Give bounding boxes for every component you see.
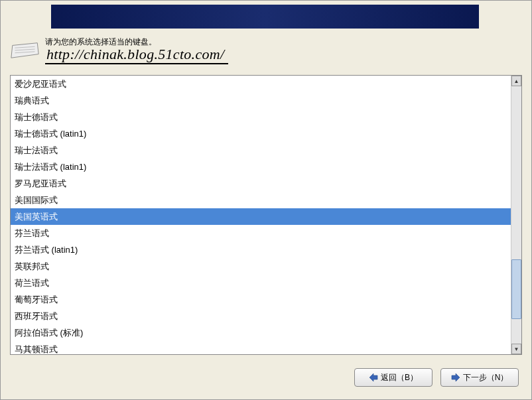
keyboard-option[interactable]: 葡萄牙语式 — [11, 291, 511, 308]
keyboard-option[interactable]: 美国英语式 — [11, 208, 511, 225]
button-bar: 返回（B） 下一步（N） — [354, 368, 519, 387]
keyboard-option[interactable]: 瑞士德语式 (latin1) — [11, 125, 511, 142]
keyboard-option[interactable]: 瑞士法语式 — [11, 142, 511, 159]
keyboard-option[interactable]: 美国国际式 — [11, 192, 511, 208]
scroll-up-button[interactable]: ▲ — [511, 76, 521, 86]
keyboard-option[interactable]: 荷兰语式 — [11, 275, 511, 291]
next-button[interactable]: 下一步（N） — [440, 368, 519, 387]
header: 请为您的系统选择适当的键盘。 http://chinak.blog.51cto.… — [10, 36, 228, 64]
keyboard-option[interactable]: 瑞士德语式 — [11, 109, 511, 125]
keyboard-option[interactable]: 芬兰语式 — [11, 225, 511, 241]
keyboard-option[interactable]: 瑞典语式 — [11, 92, 511, 109]
banner-strip — [51, 5, 479, 29]
keyboard-icon — [10, 39, 40, 60]
keyboard-option[interactable]: 英联邦式 — [11, 258, 511, 275]
back-button-label: 返回（B） — [381, 372, 418, 383]
scrollbar[interactable]: ▲ ▼ — [511, 76, 521, 354]
list-content: 爱沙尼亚语式瑞典语式瑞士德语式瑞士德语式 (latin1)瑞士法语式瑞士法语式 … — [11, 76, 511, 354]
svg-marker-4 — [369, 373, 377, 381]
keyboard-layout-listbox[interactable]: 爱沙尼亚语式瑞典语式瑞士德语式瑞士德语式 (latin1)瑞士法语式瑞士法语式 … — [10, 75, 522, 355]
keyboard-option[interactable]: 阿拉伯语式 (标准) — [11, 324, 511, 341]
back-button[interactable]: 返回（B） — [354, 368, 432, 387]
keyboard-option[interactable]: 瑞士法语式 (latin1) — [11, 159, 511, 175]
svg-marker-5 — [452, 373, 460, 381]
scroll-thumb[interactable] — [511, 259, 521, 319]
arrow-left-icon — [369, 373, 378, 382]
keyboard-option[interactable]: 芬兰语式 (latin1) — [11, 241, 511, 258]
scroll-down-button[interactable]: ▼ — [511, 344, 521, 354]
watermark-link: http://chinak.blog.51cto.com/ — [45, 46, 228, 64]
next-button-label: 下一步（N） — [463, 372, 509, 383]
arrow-right-icon — [451, 373, 460, 382]
keyboard-option[interactable]: 西班牙语式 — [11, 308, 511, 324]
keyboard-option[interactable]: 爱沙尼亚语式 — [11, 76, 511, 92]
keyboard-option[interactable]: 马其顿语式 — [11, 341, 511, 354]
keyboard-option[interactable]: 罗马尼亚语式 — [11, 175, 511, 192]
